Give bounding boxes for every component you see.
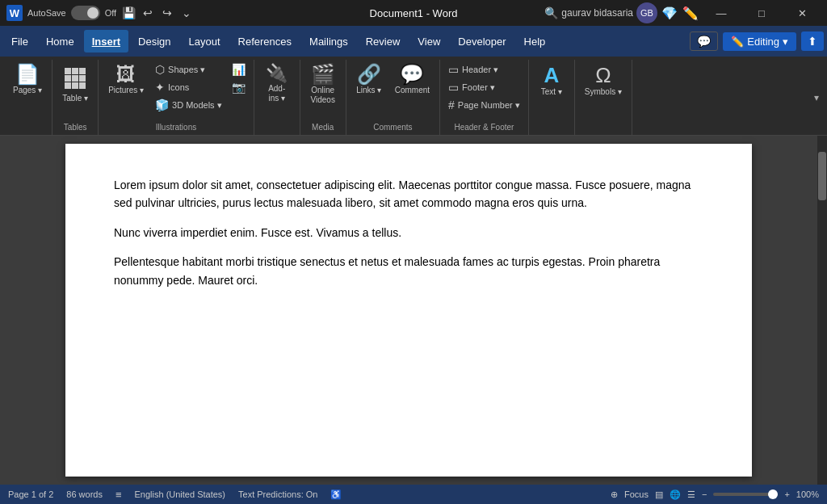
pen-icon[interactable]: ✏️ [682, 4, 699, 22]
menu-references[interactable]: References [230, 30, 300, 52]
title-bar-center: Document1 - Word [370, 7, 458, 19]
zoom-level: 100% [796, 489, 819, 499]
menu-help[interactable]: Help [516, 30, 554, 52]
scrollbar-right[interactable] [817, 136, 827, 485]
maximize-button[interactable]: □ [743, 0, 780, 26]
header-footer-group-label: Header & Footer [454, 123, 514, 133]
ribbon-group-tables: Table ▾ Tables [52, 60, 99, 135]
minimize-button[interactable]: — [703, 0, 740, 26]
chart-button[interactable]: 📊 [229, 61, 249, 78]
word-logo: W [6, 5, 23, 21]
links-button[interactable]: 🔗 Links ▾ [351, 61, 387, 99]
menu-home[interactable]: Home [38, 30, 82, 52]
save-icon[interactable]: 💾 [121, 6, 136, 20]
zoom-thumb [768, 489, 778, 499]
language[interactable]: English (United States) [135, 489, 226, 499]
text-button[interactable]: A Text ▾ [534, 61, 569, 100]
paragraph-3[interactable]: Pellentesque habitant morbi tristique se… [114, 253, 703, 289]
shapes-label: Shapes ▾ [168, 65, 205, 75]
3d-models-button[interactable]: 🧊 3D Models ▾ [152, 97, 225, 113]
pictures-button[interactable]: 🖼 Pictures ▾ [103, 61, 149, 99]
menu-view[interactable]: View [409, 30, 448, 52]
ribbon-group-comments: 🔗 Links ▾ 💬 Comment Comments [346, 60, 440, 135]
zoom-in-icon[interactable]: + [784, 489, 789, 499]
pages-button[interactable]: 📄 Pages ▾ [8, 61, 47, 99]
addins-label: Add-ins ▾ [268, 84, 285, 103]
menu-mailings[interactable]: Mailings [301, 30, 356, 52]
text-icon: A [544, 65, 559, 86]
doc-scroll[interactable]: Lorem ipsum dolor sit amet, consectetuer… [0, 136, 817, 485]
page[interactable]: Lorem ipsum dolor sit amet, consectetuer… [65, 144, 752, 477]
title-bar-left: W AutoSave Off 💾 ↩ ↪ ⌄ [6, 5, 365, 21]
toggle-state: Off [105, 8, 116, 18]
track-changes-icon[interactable]: ≡ [115, 489, 122, 501]
menu-layout[interactable]: Layout [181, 30, 229, 52]
media-group-label: Media [312, 123, 334, 133]
tables-group-label: Tables [64, 123, 87, 133]
icons-label: Icons [168, 82, 189, 92]
paragraph-1[interactable]: Lorem ipsum dolor sit amet, consectetuer… [114, 176, 703, 212]
ribbon-group-text-items: A Text ▾ [534, 61, 569, 130]
ribbon-collapse-button[interactable]: ▾ [809, 60, 824, 135]
view-icon-print[interactable]: ▤ [655, 489, 663, 500]
icons-icon: ✦ [155, 81, 165, 94]
screenshot-button[interactable]: 📷 [229, 79, 249, 95]
page-number-icon: # [448, 99, 455, 111]
focus-icon[interactable]: ⊕ [611, 489, 618, 500]
header-icon: ▭ [448, 63, 459, 76]
illustrations-small-group: ⬡ Shapes ▾ ✦ Icons 🧊 3D Models ▾ [152, 61, 225, 113]
addins-button[interactable]: 🔌 Add-ins ▾ [259, 61, 295, 107]
illustrations-group-label: Illustrations [156, 123, 197, 133]
customize-icon[interactable]: ⌄ [179, 6, 194, 20]
comment-button[interactable]: 💬 [690, 32, 718, 51]
ribbon-group-illustrations-items: 🖼 Pictures ▾ ⬡ Shapes ▾ ✦ Icons 🧊 3D Mod… [103, 61, 249, 121]
close-button[interactable]: ✕ [783, 0, 821, 26]
share-button[interactable]: ⬆ [801, 32, 824, 51]
view-icon-web[interactable]: 🌐 [670, 489, 681, 500]
menu-design[interactable]: Design [130, 30, 178, 52]
ribbon-group-illustrations: 🖼 Pictures ▾ ⬡ Shapes ▾ ✦ Icons 🧊 3D Mod… [99, 60, 254, 135]
footer-button[interactable]: ▭ Footer ▾ [445, 79, 523, 95]
menu-review[interactable]: Review [358, 30, 409, 52]
icons-button[interactable]: ✦ Icons [152, 79, 225, 95]
shapes-icon: ⬡ [155, 63, 165, 76]
ribbon-group-header-footer: ▭ Header ▾ ▭ Footer ▾ # Page Number ▾ He… [440, 60, 529, 135]
editing-button[interactable]: ✏️ Editing ▾ [723, 32, 796, 51]
page-number-label: Page Number ▾ [458, 100, 520, 111]
table-label: Table ▾ [62, 94, 88, 103]
status-bar: Page 1 of 2 86 words ≡ English (United S… [0, 485, 827, 504]
title-bar: W AutoSave Off 💾 ↩ ↪ ⌄ Document1 - Word … [0, 0, 827, 26]
search-icon[interactable]: 🔍 [544, 6, 558, 20]
online-videos-icon: 🎬 [311, 65, 335, 84]
symbols-button[interactable]: Ω Symbols ▾ [580, 61, 627, 100]
text-predictions[interactable]: Text Predictions: On [238, 489, 317, 499]
accessibility-icon[interactable]: ♿ [330, 489, 342, 500]
redo-icon[interactable]: ↪ [160, 6, 174, 20]
shapes-button[interactable]: ⬡ Shapes ▾ [152, 61, 225, 78]
diamond-icon[interactable]: 💎 [661, 4, 678, 22]
header-button[interactable]: ▭ Header ▾ [445, 61, 523, 78]
focus-label[interactable]: Focus [624, 489, 649, 499]
user-name: gaurav bidasaria [561, 7, 633, 19]
zoom-slider[interactable] [713, 493, 778, 496]
menu-file[interactable]: File [3, 30, 36, 52]
view-icon-outline[interactable]: ☰ [687, 489, 695, 500]
comment-ribbon-button[interactable]: 💬 Comment [390, 61, 434, 99]
table-button[interactable]: Table ▾ [57, 61, 93, 107]
ribbon-group-addins-items: 🔌 Add-ins ▾ [259, 61, 295, 130]
scrollbar-thumb[interactable] [818, 152, 826, 200]
menu-insert[interactable]: Insert [84, 30, 128, 52]
online-videos-button[interactable]: 🎬 OnlineVideos [305, 61, 341, 108]
ribbon-group-tables-items: Table ▾ [57, 61, 93, 121]
ribbon-group-addins: 🔌 Add-ins ▾ [254, 60, 300, 135]
paragraph-2[interactable]: Nunc viverra imperdiet enim. Fusce est. … [114, 224, 703, 242]
ribbon-group-comments-items: 🔗 Links ▾ 💬 Comment [351, 61, 434, 121]
undo-icon[interactable]: ↩ [141, 6, 155, 20]
toggle-knob [87, 7, 99, 19]
menu-bar: File Home Insert Design Layout Reference… [0, 26, 827, 57]
menu-developer[interactable]: Developer [450, 30, 514, 52]
autosave-toggle[interactable] [71, 6, 100, 20]
header-footer-small-group: ▭ Header ▾ ▭ Footer ▾ # Page Number ▾ [445, 61, 523, 113]
page-number-button[interactable]: # Page Number ▾ [445, 97, 523, 113]
zoom-out-icon[interactable]: − [702, 489, 707, 499]
